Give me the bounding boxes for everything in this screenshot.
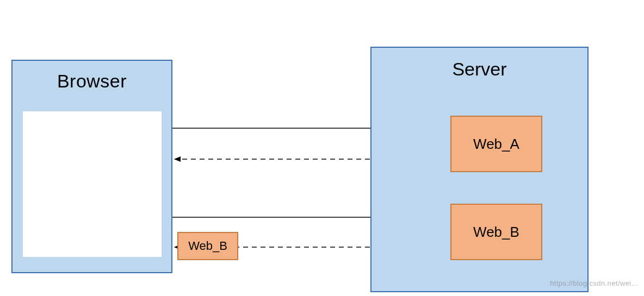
server-web-b-label: Web_B: [473, 224, 519, 241]
server-web-a-label: Web_A: [473, 136, 519, 153]
browser-title: Browser: [11, 71, 172, 92]
floating-web-b-label: Web_B: [188, 239, 227, 253]
diagram-canvas: Browser Server Web_A Web_B Web_B https:/…: [0, 0, 644, 296]
server-title: Server: [370, 59, 589, 80]
server-web-a-box: Web_A: [450, 116, 542, 172]
browser-viewport: [23, 111, 162, 257]
server-web-b-box: Web_B: [450, 204, 542, 260]
watermark-text: https://blog.csdn.net/wei…: [550, 279, 639, 287]
floating-web-b-box: Web_B: [177, 232, 238, 260]
